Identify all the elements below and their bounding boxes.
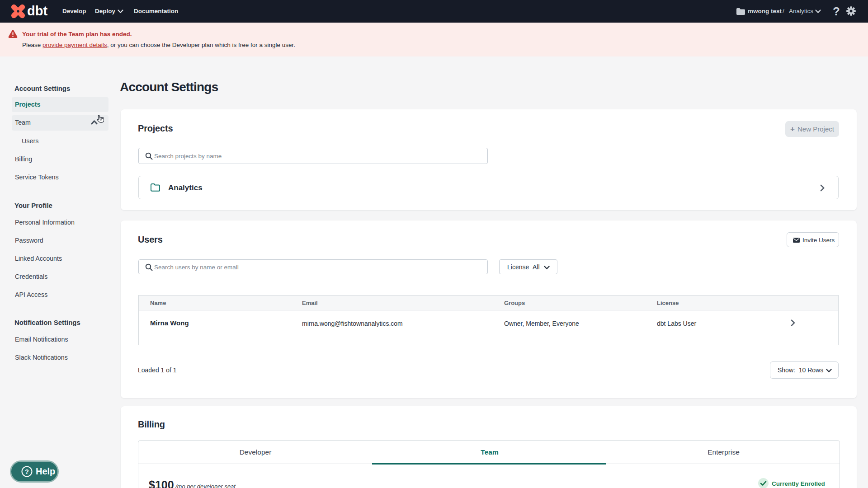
svg-text:?: ? (25, 468, 29, 475)
